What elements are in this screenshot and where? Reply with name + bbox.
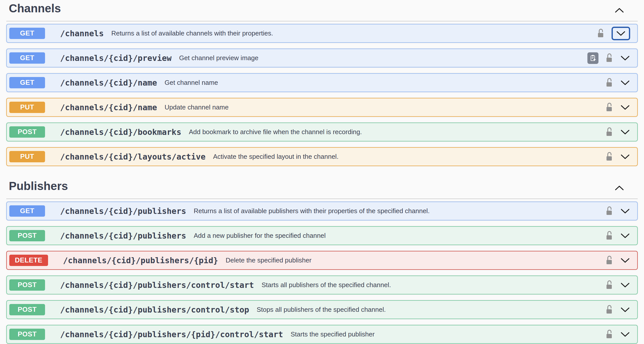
method-badge: GET — [9, 28, 45, 39]
unlock-icon[interactable] — [605, 78, 614, 88]
method-badge: PUT — [9, 102, 45, 113]
row-controls — [605, 78, 630, 88]
method-badge: GET — [9, 52, 45, 64]
section-publishers: Publishers GET /channels/{cid}/publisher… — [6, 179, 638, 344]
endpoint-description: Activate the specified layout in the cha… — [213, 153, 339, 161]
section-header[interactable]: Channels — [6, 1, 638, 21]
unlock-icon[interactable] — [605, 305, 614, 315]
method-badge: POST — [9, 126, 45, 138]
endpoint-description: Add bookmark to archive file when the ch… — [189, 128, 362, 136]
unlock-icon[interactable] — [605, 231, 614, 241]
api-endpoint-list: Channels GET /channels Returns a list of… — [0, 0, 644, 344]
section-channels: Channels GET /channels Returns a list of… — [6, 1, 638, 166]
operations-list: GET /channels/{cid}/publishers Returns a… — [6, 199, 638, 344]
endpoint-path: /channels/{cid}/layouts/active — [60, 152, 206, 162]
endpoint-description: Returns a list of available publishers w… — [194, 207, 430, 215]
row-controls — [587, 52, 630, 64]
method-badge: PUT — [9, 151, 45, 162]
section-title: Channels — [9, 2, 61, 15]
endpoint-row-get[interactable]: GET /channels/{cid}/preview Get channel … — [6, 49, 638, 67]
method-badge: POST — [9, 230, 45, 241]
endpoint-description: Add a new publisher for the specified ch… — [194, 232, 326, 240]
endpoint-row-get[interactable]: GET /channels Returns a list of availabl… — [6, 24, 638, 43]
endpoint-path: /channels/{cid}/publishers/control/stop — [60, 305, 249, 315]
chevron-down-icon[interactable] — [620, 154, 630, 160]
unlock-icon[interactable] — [605, 255, 614, 265]
endpoint-description: Starts all publishers of the specified c… — [262, 281, 391, 289]
unlock-icon[interactable] — [605, 102, 614, 112]
operations-list: GET /channels Returns a list of availabl… — [6, 21, 638, 166]
endpoint-row-delete[interactable]: DELETE /channels/{cid}/publishers/{pid} … — [6, 251, 638, 270]
endpoint-path: /channels/{cid}/publishers/{pid}/control… — [60, 330, 283, 339]
chevron-down-icon[interactable] — [620, 331, 630, 338]
chevron-down-icon[interactable] — [620, 208, 630, 214]
section-title: Publishers — [9, 179, 68, 193]
endpoint-path: /channels/{cid}/preview — [60, 53, 172, 63]
row-controls — [605, 102, 630, 112]
method-badge: POST — [9, 329, 45, 340]
row-controls — [605, 152, 630, 162]
endpoint-row-put[interactable]: PUT /channels/{cid}/layouts/active Activ… — [6, 147, 638, 166]
row-controls — [605, 255, 630, 265]
row-controls — [605, 206, 630, 216]
chevron-up-icon[interactable] — [615, 7, 624, 13]
endpoint-path: /channels/{cid}/name — [60, 103, 157, 112]
row-controls — [605, 127, 630, 137]
method-badge: POST — [9, 279, 45, 291]
copy-to-clipboard-icon[interactable] — [587, 52, 598, 64]
endpoint-description: Get channel preview image — [179, 54, 258, 62]
section-header[interactable]: Publishers — [6, 179, 638, 199]
unlock-icon[interactable] — [596, 28, 605, 39]
unlock-icon[interactable] — [605, 53, 614, 63]
endpoint-row-put[interactable]: PUT /channels/{cid}/name Update channel … — [6, 98, 638, 117]
endpoint-path: /channels/{cid}/publishers/control/start — [60, 280, 254, 290]
row-controls — [605, 329, 630, 339]
endpoint-path: /channels/{cid}/publishers/{pid} — [63, 256, 218, 265]
chevron-down-icon[interactable] — [620, 307, 630, 313]
endpoint-description: Returns a list of available channels wit… — [111, 29, 273, 37]
unlock-icon[interactable] — [605, 152, 614, 162]
unlock-icon[interactable] — [605, 206, 614, 216]
unlock-icon[interactable] — [605, 280, 614, 290]
chevron-up-icon[interactable] — [615, 185, 624, 191]
endpoint-path: /channels/{cid}/publishers — [60, 206, 186, 216]
endpoint-path: /channels/{cid}/bookmarks — [60, 127, 181, 137]
chevron-down-icon[interactable] — [620, 55, 630, 61]
endpoint-row-post[interactable]: POST /channels/{cid}/publishers/{pid}/co… — [6, 325, 638, 344]
method-badge: GET — [9, 77, 45, 88]
endpoint-path: /channels — [60, 29, 104, 38]
endpoint-description: Get channel name — [165, 79, 218, 87]
endpoint-path: /channels/{cid}/name — [60, 78, 157, 88]
endpoint-row-post[interactable]: POST /channels/{cid}/publishers Add a ne… — [6, 226, 638, 245]
endpoint-row-post[interactable]: POST /channels/{cid}/publishers/control/… — [6, 276, 638, 294]
method-badge: GET — [9, 205, 45, 217]
endpoint-row-post[interactable]: POST /channels/{cid}/bookmarks Add bookm… — [6, 123, 638, 141]
method-badge: DELETE — [9, 255, 48, 266]
endpoint-description: Stops all publishers of the specified ch… — [257, 306, 386, 314]
endpoint-row-get[interactable]: GET /channels/{cid}/publishers Returns a… — [6, 202, 638, 220]
endpoint-row-get[interactable]: GET /channels/{cid}/name Get channel nam… — [6, 73, 638, 92]
row-controls — [605, 305, 630, 315]
chevron-down-icon[interactable] — [620, 80, 630, 86]
endpoint-path: /channels/{cid}/publishers — [60, 231, 186, 241]
row-controls — [605, 231, 630, 241]
unlock-icon[interactable] — [605, 127, 614, 137]
chevron-down-icon[interactable] — [620, 129, 630, 135]
endpoint-description: Starts the specified publisher — [291, 330, 375, 338]
unlock-icon[interactable] — [605, 329, 614, 339]
method-badge: POST — [9, 304, 45, 315]
endpoint-description: Update channel name — [165, 103, 228, 111]
chevron-down-icon[interactable] — [620, 104, 630, 111]
endpoint-description: Delete the specified publisher — [226, 256, 311, 264]
chevron-down-icon[interactable] — [620, 233, 630, 239]
chevron-down-icon[interactable] — [612, 27, 630, 40]
endpoint-row-post[interactable]: POST /channels/{cid}/publishers/control/… — [6, 300, 638, 319]
chevron-down-icon[interactable] — [620, 282, 630, 288]
row-controls — [605, 280, 630, 290]
row-controls — [596, 27, 630, 40]
chevron-down-icon[interactable] — [620, 257, 630, 264]
